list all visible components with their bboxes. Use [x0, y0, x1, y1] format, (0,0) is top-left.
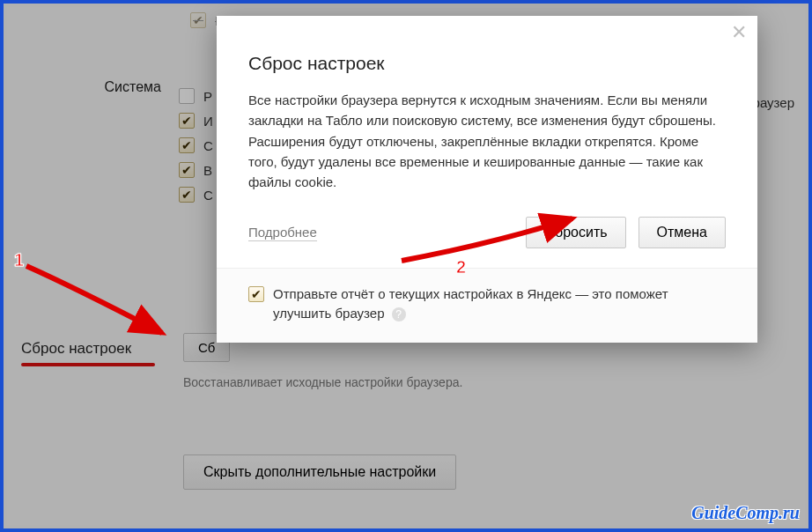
report-checkbox[interactable]: ✔ [248, 286, 264, 302]
dialog-title: Сброс настроек [248, 53, 726, 74]
reset-confirm-button[interactable]: Сбросить [526, 217, 625, 248]
reset-settings-dialog: ✕ Сброс настроек Все настройки браузера … [217, 16, 757, 343]
dialog-text: Все настройки браузера вернутся к исходн… [248, 90, 726, 192]
close-icon[interactable]: ✕ [729, 23, 749, 42]
help-icon[interactable]: ? [392, 307, 406, 321]
report-checkbox-label: Отправьте отчёт о текущих настройках в Я… [273, 286, 668, 321]
annotation-number-2: 2 [456, 257, 466, 277]
more-link[interactable]: Подробнее [248, 225, 317, 241]
watermark: GuideComp.ru [691, 503, 800, 523]
annotation-number-1: 1 [14, 250, 24, 270]
cancel-button[interactable]: Отмена [639, 217, 726, 248]
